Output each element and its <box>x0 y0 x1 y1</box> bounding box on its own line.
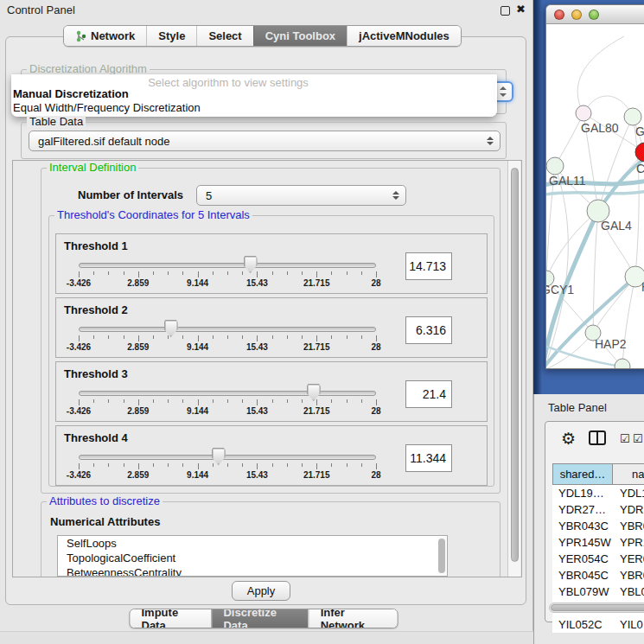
close-traffic-light[interactable] <box>554 10 564 20</box>
tick-mark <box>227 271 228 275</box>
table-toolbar: ⚙ ☑ ☑ <box>545 422 644 458</box>
apply-button[interactable]: Apply <box>232 581 290 601</box>
network-edge[interactable] <box>633 117 639 277</box>
combo-stepper-icon <box>487 137 494 145</box>
number-of-intervals-value: 5 <box>206 189 212 202</box>
threshold-value-field[interactable]: 11.344 <box>405 444 452 472</box>
settings-vertical-scrollbar[interactable] <box>507 161 520 577</box>
numerical-attributes-label: Numerical Attributes <box>50 515 160 528</box>
tab-label: Infer Network <box>321 609 386 628</box>
table-row[interactable]: YBR045CYBR0 <box>552 567 644 583</box>
tab-select[interactable]: Select <box>196 26 252 46</box>
attributes-scrollbar[interactable] <box>437 537 446 575</box>
attribute-list-item[interactable]: TopologicalCoefficient <box>58 551 447 565</box>
tick-label: 21.715 <box>303 342 330 352</box>
tick-mark <box>138 335 139 341</box>
cell-name: YDR2 <box>613 501 644 518</box>
tick-mark <box>198 463 199 469</box>
tab-label: Select <box>208 29 241 42</box>
attribute-list-item[interactable]: BetweennessCentrality <box>58 565 447 577</box>
tab-cyni-toolbox[interactable]: Cyni Toolbox <box>253 26 347 46</box>
gear-icon[interactable]: ⚙ <box>561 429 576 449</box>
threshold-value-field[interactable]: 21.4 <box>405 380 452 408</box>
tick-label: -3.426 <box>67 342 91 352</box>
tab-jactivemnodules[interactable]: jActiveMNodules <box>347 26 461 46</box>
tick-mark <box>257 463 258 469</box>
algorithm-option-equal-width[interactable]: Equal Width/Frequency Discretization <box>13 101 201 114</box>
tab-label: Network <box>91 29 135 42</box>
zoom-traffic-light[interactable] <box>589 10 599 20</box>
table-row[interactable]: YPR145WYPR1 <box>552 534 644 551</box>
tick-label: 21.715 <box>303 278 330 288</box>
table-row[interactable]: YBL079WYBL0 <box>552 583 644 600</box>
network-edge[interactable] <box>577 36 624 113</box>
attribute-list-item[interactable]: SelfLoops <box>58 536 447 551</box>
slider-track[interactable] <box>79 455 376 460</box>
tick-mark <box>316 271 317 277</box>
tick-mark <box>153 399 154 403</box>
table-row[interactable]: YER054CYER0 <box>552 551 644 567</box>
checkbox-icon[interactable]: ☑ <box>620 432 630 445</box>
number-of-intervals-combobox[interactable]: 5 <box>196 185 406 206</box>
thresholds-group-title: Threshold's Coordinates for 5 Intervals <box>54 209 252 221</box>
tick-mark <box>198 335 199 341</box>
tick-mark <box>168 335 169 339</box>
cell-name: YBR0 <box>613 567 644 583</box>
tick-mark <box>242 271 243 275</box>
tick-mark <box>361 399 362 403</box>
slider-track[interactable] <box>79 391 376 396</box>
tick-mark <box>213 335 214 339</box>
table-panel: ⚙ ☑ ☑ shared… na YDL19…YDL1YDR27…YDR2YBR… <box>545 421 644 622</box>
tick-label: 15.43 <box>246 278 268 288</box>
slider-thumb[interactable] <box>307 384 321 401</box>
numerical-attributes-list[interactable]: SelfLoopsTopologicalCoefficientBetweenne… <box>57 535 448 577</box>
tab-infer-network[interactable]: Infer Network <box>309 609 398 628</box>
split-columns-icon[interactable] <box>589 430 606 445</box>
float-window-icon[interactable] <box>501 6 510 16</box>
column-header-name[interactable]: na <box>613 463 644 485</box>
attributes-group: Attributes to discretize Numerical Attri… <box>41 501 501 577</box>
algorithm-option-manual[interactable]: Manual Discretization <box>13 87 129 100</box>
table-row[interactable]: YBR043CYBR0 <box>552 518 644 534</box>
screenshot-root: Control Panel ✖ NetworkStyleSelectCyni T… <box>0 0 644 644</box>
threshold-value-field[interactable]: 6.316 <box>405 316 452 344</box>
slider-track[interactable] <box>79 263 376 268</box>
network-node[interactable] <box>546 157 564 175</box>
table-row[interactable]: YDR27…YDR2 <box>552 501 644 518</box>
tick-mark <box>376 271 377 277</box>
network-node[interactable] <box>624 108 641 125</box>
column-header-shared[interactable]: shared… <box>552 463 613 485</box>
table-data-combobox[interactable]: galFiltered.sif default node <box>29 131 501 151</box>
minimize-traffic-light[interactable] <box>571 10 582 20</box>
tab-impute-data[interactable]: Impute Data <box>131 609 212 628</box>
tick-mark <box>168 399 169 403</box>
cell-name: YDL1 <box>613 485 644 501</box>
tab-style[interactable]: Style <box>146 26 196 46</box>
threshold-value-field[interactable]: 14.713 <box>405 252 452 280</box>
slider-thumb[interactable] <box>244 256 258 273</box>
tick-mark <box>79 335 80 341</box>
slider-track[interactable] <box>79 327 376 332</box>
tick-mark <box>93 463 94 467</box>
tab-discretize-data[interactable]: Discretize Data <box>211 609 308 628</box>
network-canvas[interactable]: GAL80GACGAL11GAL4GCY1HHAP2 <box>546 24 644 369</box>
tick-mark <box>272 271 273 275</box>
tick-label: 28 <box>371 470 380 480</box>
tick-mark <box>302 399 303 403</box>
slider-thumb[interactable] <box>212 448 226 465</box>
tick-mark <box>331 463 332 467</box>
table-header-row: shared… na <box>552 463 644 485</box>
network-window-titlebar[interactable] <box>546 5 644 24</box>
checkbox-icon[interactable]: ☑ <box>633 432 643 445</box>
table-row[interactable]: YIL052CYIL0 <box>552 616 644 633</box>
tick-mark <box>316 399 317 405</box>
table-horizontal-scrollbar[interactable] <box>549 603 644 613</box>
table-row[interactable]: YDL19…YDL1 <box>552 485 644 501</box>
network-node[interactable] <box>576 105 591 121</box>
tab-network[interactable]: Network <box>64 26 146 46</box>
table-data-title: Table Data <box>27 116 86 128</box>
close-icon[interactable]: ✖ <box>516 3 526 16</box>
network-view-window: GAL80GACGAL11GAL4GCY1HHAP2 <box>545 4 644 369</box>
slider-thumb[interactable] <box>164 320 178 337</box>
tick-mark <box>227 463 228 467</box>
